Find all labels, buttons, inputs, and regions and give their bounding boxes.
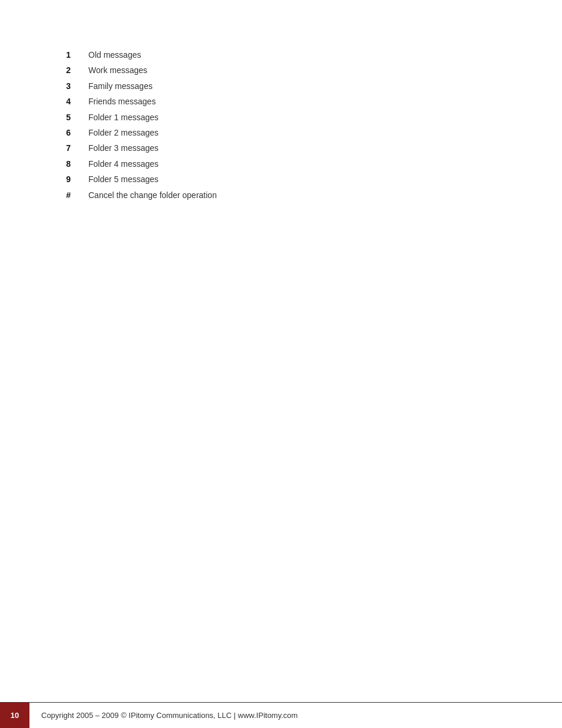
menu-description: Folder 4 messages [88,156,217,172]
menu-description: Family messages [88,78,217,94]
menu-key: 3 [47,78,88,94]
menu-description: Folder 1 messages [88,110,217,125]
menu-row: #Cancel the change folder operation [47,187,217,203]
page-number: 10 [11,711,19,720]
page-number-box: 10 [0,703,29,729]
menu-row: 1Old messages [47,47,217,62]
menu-table: 1Old messages2Work messages3Family messa… [47,47,217,203]
menu-row: 5Folder 1 messages [47,110,217,125]
footer: 10 Copyright 2005 – 2009 © IPitomy Commu… [0,702,562,728]
menu-key: 6 [47,125,88,140]
menu-key: 8 [47,156,88,172]
menu-description: Folder 2 messages [88,125,217,140]
menu-row: 3Family messages [47,78,217,94]
menu-key: 4 [47,94,88,109]
menu-row: 8Folder 4 messages [47,156,217,172]
page-content: 1Old messages2Work messages3Family messa… [0,0,562,203]
menu-description: Folder 5 messages [88,172,217,187]
menu-key: 5 [47,110,88,125]
menu-description: Cancel the change folder operation [88,187,217,203]
menu-key: # [47,187,88,203]
menu-key: 7 [47,140,88,156]
menu-description: Friends messages [88,94,217,109]
footer-copyright: Copyright 2005 – 2009 © IPitomy Communic… [29,711,297,720]
menu-row: 6Folder 2 messages [47,125,217,140]
menu-row: 9Folder 5 messages [47,172,217,187]
menu-row: 2Work messages [47,62,217,78]
menu-description: Work messages [88,62,217,78]
menu-description: Old messages [88,47,217,62]
menu-key: 1 [47,47,88,62]
menu-key: 9 [47,172,88,187]
menu-key: 2 [47,62,88,78]
menu-row: 7Folder 3 messages [47,140,217,156]
menu-row: 4Friends messages [47,94,217,109]
menu-description: Folder 3 messages [88,140,217,156]
